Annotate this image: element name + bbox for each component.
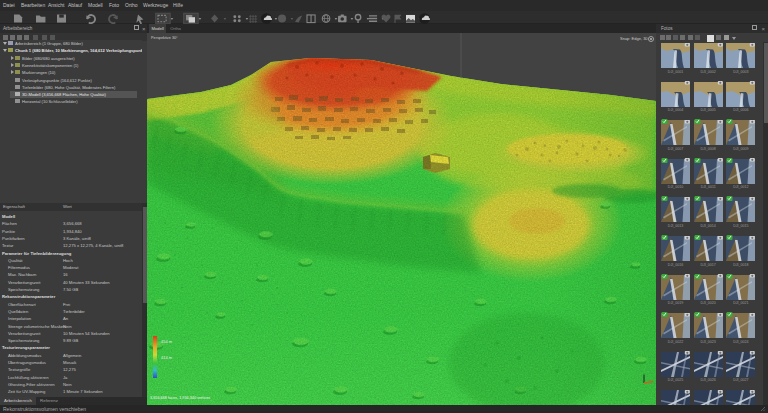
svg-text:454 m: 454 m — [161, 339, 173, 344]
svg-text:414 m: 414 m — [161, 355, 173, 360]
